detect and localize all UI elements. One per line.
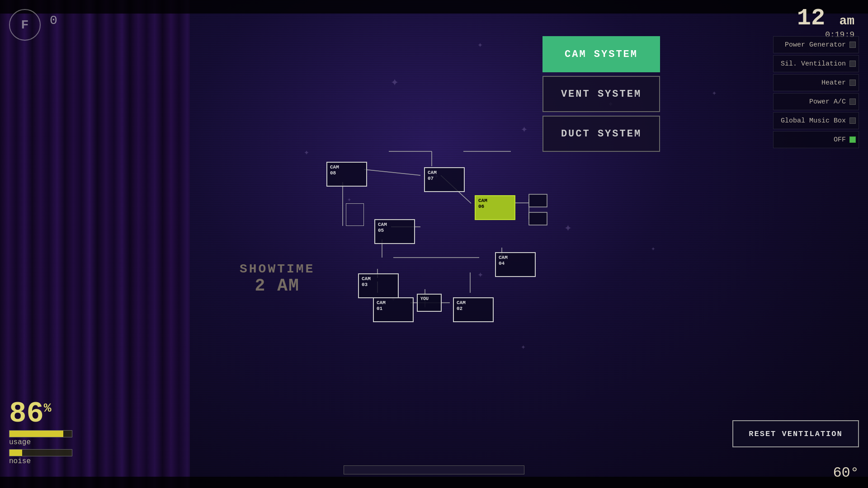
off-indicator — [849, 136, 856, 143]
cam-02-node[interactable]: CAM02 — [453, 297, 494, 322]
cam-08-node[interactable]: CAM08 — [326, 162, 367, 187]
power-generator-label: Power Generator — [785, 41, 846, 49]
showtime-title: SHOWTIME — [240, 262, 315, 276]
clock-ampm: am — [839, 14, 854, 28]
power-ac-indicator — [849, 99, 856, 105]
global-music-box-label: Global Music Box — [781, 117, 846, 125]
heater-label: Heater — [821, 79, 846, 87]
power-generator-indicator — [849, 42, 856, 48]
global-music-box-indicator — [849, 117, 856, 124]
cam-03-label: CAM03 — [362, 276, 371, 288]
panel-item-power-ac[interactable]: Power A/C — [773, 93, 859, 110]
power-display: 86% usage noise — [9, 399, 72, 465]
sil-ventilation-indicator — [849, 61, 856, 67]
cam-01-node[interactable]: CAM01 — [373, 297, 414, 322]
clock-hour: 12 — [797, 5, 825, 32]
duct-system-label: DUCT SYSTEM — [561, 128, 642, 140]
power-ac-label: Power A/C — [809, 98, 846, 106]
power-percent: 86% — [9, 399, 72, 428]
bottom-progress-bar — [344, 465, 524, 474]
usage-bar — [9, 431, 63, 437]
heater-indicator — [849, 80, 856, 86]
right-panel: Power Generator Sil. Ventilation Heater … — [773, 36, 859, 148]
cam-08-area-box — [346, 203, 364, 226]
vent-system-label: VENT SYSTEM — [561, 89, 642, 100]
cam-07-label: CAM07 — [428, 170, 437, 182]
score-value: 0 — [50, 14, 57, 28]
cam-01-label: CAM01 — [377, 300, 386, 312]
cam-07-node[interactable]: CAM07 — [424, 167, 465, 192]
cam-05-label: CAM05 — [378, 222, 387, 234]
noise-bar-container — [9, 449, 72, 456]
top-bar — [0, 0, 868, 14]
vent-system-button[interactable]: VENT SYSTEM — [542, 76, 660, 112]
duct-system-button[interactable]: DUCT SYSTEM — [542, 116, 660, 152]
bottom-bar — [0, 477, 868, 488]
cam-04-node[interactable]: CAM04 — [495, 252, 536, 277]
cam-05-node[interactable]: CAM05 — [374, 219, 415, 244]
camera-map: CAM08 CAM07 CAM06 CAM05 CAM04 CAM03 YOU … — [307, 140, 556, 343]
showtime-time: 2 AM — [240, 276, 315, 296]
temperature-symbol: ° — [850, 465, 859, 481]
temperature-display: 60° — [833, 465, 859, 481]
cam-03-node[interactable]: CAM03 — [358, 273, 399, 298]
reset-ventilation-label: RESET VENTILATION — [749, 430, 842, 438]
clock: 12 am 0:19:9 — [797, 7, 854, 39]
cam-system-button[interactable]: CAM SYSTEM — [542, 36, 660, 72]
temperature-value: 60 — [833, 465, 850, 481]
usage-bar-container — [9, 430, 72, 437]
you-label: YOU — [420, 296, 429, 302]
panel-item-heater[interactable]: Heater — [773, 74, 859, 91]
f-logo: F — [9, 9, 41, 41]
clock-time: 12 am — [797, 7, 854, 30]
cam-06-node[interactable]: CAM06 — [475, 195, 515, 220]
score-display: 0 — [50, 14, 57, 28]
panel-item-sil-ventilation[interactable]: Sil. Ventilation — [773, 55, 859, 72]
cam-02-label: CAM02 — [457, 300, 466, 312]
showtime-sign: SHOWTIME 2 AM — [240, 262, 315, 296]
you-node[interactable]: YOU — [417, 294, 442, 312]
cam-system-label: CAM SYSTEM — [565, 49, 638, 60]
power-value: 86 — [9, 398, 44, 430]
panel-item-power-generator[interactable]: Power Generator — [773, 36, 859, 53]
noise-label: noise — [9, 457, 72, 465]
off-label: OFF — [834, 136, 846, 144]
usage-label: usage — [9, 438, 72, 446]
cam-04-label: CAM04 — [499, 255, 508, 267]
power-symbol: % — [44, 401, 52, 415]
cam-08-label: CAM08 — [330, 164, 339, 176]
cam-06-label: CAM06 — [478, 198, 487, 210]
f-letter: F — [21, 18, 29, 32]
reset-ventilation-button[interactable]: RESET VENTILATION — [732, 420, 859, 447]
sil-ventilation-label: Sil. Ventilation — [781, 60, 846, 68]
noise-bar — [9, 450, 22, 456]
panel-item-global-music-box[interactable]: Global Music Box — [773, 112, 859, 129]
system-buttons: CAM SYSTEM VENT SYSTEM DUCT SYSTEM — [542, 36, 660, 152]
panel-item-off[interactable]: OFF — [773, 131, 859, 148]
